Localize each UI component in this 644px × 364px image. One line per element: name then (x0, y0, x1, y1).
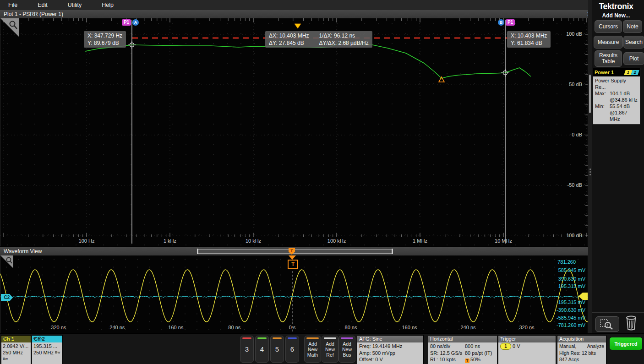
waveform-zoom-corner-icon[interactable] (0, 255, 13, 268)
pan-bar-right-cap (392, 249, 393, 254)
grip-dots-icon (589, 168, 591, 170)
side-toolbar (592, 312, 644, 334)
cursor-b-y-value: Y: 61.834 dB (511, 39, 547, 47)
psrr-plot-area: P1 A B P1 X: 347.729 Hz Y: 89.679 dB ΔX:… (0, 18, 588, 246)
cursor-b-p1-badge[interactable]: P1 (506, 19, 515, 26)
freq-tick-label: 1 kHz (164, 238, 176, 244)
power1-measurement-badge[interactable]: Power 1 1 2 Power Supply Re... Max: 104.… (593, 68, 640, 125)
afg-amp: Amp: 500 mVpp (359, 350, 421, 357)
horizontal-title: Horizontal (428, 336, 497, 342)
afg-badge[interactable]: AFG: Sine Freq: 19.4149 MHz Amp: 500 mVp… (357, 335, 424, 364)
horizontal-scale: 80 ns/div (430, 343, 465, 350)
add-new-bus-button[interactable]: Add New Bus (338, 336, 355, 363)
afg-freq: Freq: 19.4149 MHz (359, 343, 421, 350)
horizontal-window: 800 ns (465, 343, 495, 350)
volt-tick-label: 390.630 mV (558, 276, 585, 282)
time-tick-label: -160 ns (167, 325, 184, 330)
power1-source2-badge: 2 (631, 70, 639, 75)
power1-body: Power Supply Re... Max: 104.1 dB @34.86 … (593, 76, 640, 124)
channel6-color-stripe (288, 337, 297, 339)
triggered-status[interactable]: Triggered (610, 337, 642, 350)
channel6-button[interactable]: 6 (285, 336, 299, 363)
channel2-badge[interactable]: Ch 2 195.315 ... 250 MHz Bw (32, 335, 63, 364)
channel2-scale: 195.315 ... (33, 343, 61, 349)
time-tick-label: -320 ns (49, 325, 66, 330)
channel4-button[interactable]: 4 (255, 336, 269, 363)
scrollbar-thumb[interactable] (589, 75, 591, 113)
pan-bar-left-cap (197, 249, 198, 254)
menu-edit[interactable]: Edit (38, 2, 48, 8)
channel3-color-stripe (242, 337, 251, 339)
cursor-a-badge[interactable]: A (132, 19, 139, 26)
acq-resolution: High Res: 12 bits (559, 350, 604, 357)
volt-tick-label: 195.315 mV (558, 283, 585, 289)
add-new-math-button[interactable]: Add New Math (304, 336, 321, 363)
min-value: 55.54 dB (610, 103, 638, 109)
cursor-delta-readout[interactable]: ΔX: 10.403 MHz 1/ΔX: 96.12 ns ΔY: 27.845… (265, 31, 372, 48)
afg-title: AFG: Sine (357, 336, 423, 342)
bw-flag: Bw (55, 350, 60, 354)
horizontal-badge[interactable]: Horizontal 80 ns/div800 ns SR: 12.5 GS/s… (428, 335, 497, 364)
acquisition-badge[interactable]: Acquisition Manual, Analyze High Res: 12… (557, 335, 606, 364)
time-tick-label: -240 ns (108, 325, 125, 330)
sample-rate: SR: 12.5 GS/s (430, 350, 465, 357)
search-button[interactable]: Search (623, 36, 644, 49)
acq-mode: Manual, (559, 343, 576, 350)
volt-tick-label: -585.945 mV (557, 315, 585, 321)
cursor-a-readout[interactable]: X: 347.729 Hz Y: 89.679 dB (84, 31, 126, 48)
ref-color-stripe (324, 337, 336, 339)
add-math-label: Add New Math (305, 341, 321, 358)
freq-tick-label: 1 MHz (413, 238, 427, 244)
time-tick-label: 0 s (289, 325, 296, 330)
plot-zoom-corner-icon[interactable] (0, 18, 19, 37)
time-tick-label: -80 ns (227, 325, 241, 330)
delta-x-value: ΔX: 10.403 MHz (269, 32, 309, 39)
trigger-flag[interactable]: T (288, 260, 298, 269)
results-table-button[interactable]: Results Table (595, 50, 622, 67)
measure-button[interactable]: Measure (594, 36, 623, 49)
plot-scrollbar[interactable] (588, 0, 592, 333)
max-at-value: @34.86 kHz (595, 97, 638, 103)
db-tick-label: 0 dB (572, 132, 582, 137)
cursor-a-x-value: X: 347.729 Hz (87, 32, 122, 39)
power1-name: Power 1 (595, 70, 625, 75)
trigger-badge[interactable]: Trigger 1 0 V (498, 335, 556, 364)
db-tick-label: -50 dB (568, 182, 582, 188)
cursor-a-p1-badge[interactable]: P1 (122, 19, 131, 26)
time-tick-label: 240 ns (460, 325, 475, 330)
trigger-level: 0 V (513, 343, 520, 349)
channel4-color-stripe (257, 337, 267, 339)
menu-file[interactable]: File (8, 2, 17, 8)
trash-icon[interactable] (625, 315, 638, 331)
power1-type: Power Supply Re... (595, 77, 638, 90)
sample-interval: 80 ps/pt (IT) (465, 350, 495, 357)
channel1-badge[interactable]: Ch 1 2.0942 V/... 250 MHz Bw (1, 335, 31, 364)
menu-help[interactable]: Help (102, 2, 114, 8)
horizontal-pan-bar[interactable] (197, 249, 393, 254)
channel1-scale: 2.0942 V/... (3, 343, 29, 349)
power1-header: Power 1 1 2 (593, 68, 640, 76)
channel5-button[interactable]: 5 (270, 336, 284, 363)
add-new-ref-button[interactable]: Add New Ref (322, 336, 338, 363)
zoom-mode-button[interactable] (595, 316, 619, 332)
rising-edge-icon (498, 336, 507, 342)
db-tick-label: 100 dB (566, 31, 582, 37)
record-length: RL: 10 kpts (430, 356, 465, 363)
tektronix-logo: Tektronix (588, 2, 644, 11)
channel2-bandwidth: 250 MHz (33, 350, 54, 355)
oscilloscope-screen: File Edit Utility Help Plot 1 - PSRR (Po… (0, 0, 644, 364)
channel3-button[interactable]: 3 (240, 336, 254, 363)
cursor-a-y-value: Y: 89.679 dB (87, 39, 122, 47)
trigger-source-badge: 1 (500, 343, 511, 350)
note-button[interactable]: Note (623, 20, 642, 33)
cursor-b-readout[interactable]: X: 10.403 MHz Y: 61.834 dB (507, 31, 551, 48)
cursors-button[interactable]: Cursors (595, 20, 622, 33)
menu-utility[interactable]: Utility (68, 2, 82, 8)
plot-button[interactable]: Plot (623, 52, 644, 65)
plot-window-title: Plot 1 - PSRR (Power 1) (4, 11, 63, 17)
plot-window-titlebar: Plot 1 - PSRR (Power 1) ✕ (0, 10, 595, 19)
add-new-label: Add New... (588, 12, 644, 19)
acq-analyze: Analyze (587, 343, 604, 350)
inverse-delta-x-value: 1/ΔX: 96.12 ns (319, 32, 368, 39)
cursor-b-badge[interactable]: B (498, 19, 504, 26)
